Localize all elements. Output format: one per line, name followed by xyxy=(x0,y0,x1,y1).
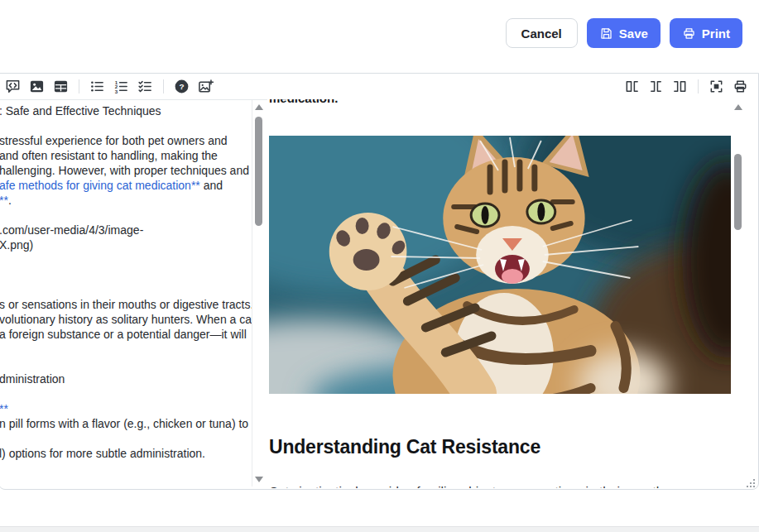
editor-line xyxy=(0,252,252,267)
editor-line xyxy=(0,282,252,297)
preview-clipped-top-text: medication. xyxy=(269,99,731,106)
toolbar-right-group xyxy=(622,76,751,97)
editor-line xyxy=(0,267,252,282)
editor-line: and often resistant to handling, making … xyxy=(0,148,252,163)
task-list-icon[interactable] xyxy=(135,76,156,97)
markdown-preview-pane: medication. xyxy=(269,99,731,488)
fullscreen-icon[interactable] xyxy=(706,76,727,97)
scroll-up-arrow-icon[interactable] xyxy=(255,104,263,110)
editor-line: X.png) xyxy=(0,237,252,252)
toolbar-left-group: 123 ? xyxy=(2,76,216,97)
toolbar-separator xyxy=(79,79,79,93)
bulleted-list-icon[interactable] xyxy=(87,76,108,97)
scroll-up-arrow-icon[interactable] xyxy=(734,104,742,110)
resize-grip-icon[interactable] xyxy=(746,477,756,486)
editor-line xyxy=(0,208,252,223)
editor-line: stressful experience for both pet owners… xyxy=(0,133,252,148)
markdown-source-pane[interactable]: : Safe and Effective Techniques stressfu… xyxy=(0,100,252,487)
save-icon xyxy=(599,26,613,41)
layout-editor-only-icon[interactable] xyxy=(622,76,642,97)
editor-toolbar: 123 ? xyxy=(0,74,758,99)
preview-scrollbar-thumb[interactable] xyxy=(734,154,742,230)
editor-line: a foreign substance or a potential dange… xyxy=(0,327,252,342)
insert-image-icon[interactable] xyxy=(195,76,216,97)
layout-split-icon[interactable] xyxy=(646,76,666,97)
editor-scrollbar-thumb[interactable] xyxy=(255,117,262,226)
numbered-list-icon[interactable]: 123 xyxy=(111,76,132,97)
layout-preview-only-icon[interactable] xyxy=(670,76,690,97)
editor-scrollbar[interactable] xyxy=(253,100,265,486)
editor-line: dministration xyxy=(0,371,252,386)
editor-line: .com/user-media/4/3/image- xyxy=(0,223,252,237)
editor-line: afe methods for giving cat medication** … xyxy=(0,178,252,193)
code-comment-icon[interactable] xyxy=(2,76,23,97)
print-preview-icon[interactable] xyxy=(730,76,751,97)
editor-line: volutionary history as solitary hunters.… xyxy=(0,312,252,327)
editor-line xyxy=(0,357,252,371)
editor-line: n pill forms with a flavor (e.g., chicke… xyxy=(0,416,252,431)
action-bar: Cancel Save Print xyxy=(506,18,742,48)
print-button[interactable]: Print xyxy=(670,18,742,48)
bottom-panel-edge xyxy=(0,526,759,532)
toolbar-separator xyxy=(163,79,164,93)
editor-line: : Safe and Effective Techniques xyxy=(0,103,252,118)
image-icon[interactable] xyxy=(26,76,47,97)
editor-line: l) options for more subtle administratio… xyxy=(0,446,252,461)
markdown-editor-screen: Cancel Save Print xyxy=(0,0,759,532)
preview-scrollbar[interactable] xyxy=(733,100,744,477)
editor-line xyxy=(0,386,252,401)
scroll-down-arrow-icon[interactable] xyxy=(255,477,263,482)
pane-splitter[interactable] xyxy=(252,100,252,486)
editor-line: **. xyxy=(0,193,252,208)
editor-line: hallenging. However, with proper techniq… xyxy=(0,163,252,178)
editor-line: s or sensations in their mouths or diges… xyxy=(0,297,252,312)
preview-clipped-bottom-text: Cats instinctively avoid unfamiliar obje… xyxy=(269,484,731,488)
print-button-label: Print xyxy=(702,26,730,41)
svg-text:3: 3 xyxy=(115,89,118,94)
markdown-editor-container: 123 ? xyxy=(0,73,759,490)
svg-text:?: ? xyxy=(179,82,184,91)
editor-line xyxy=(0,342,252,357)
editor-line xyxy=(0,431,252,446)
toolbar-separator xyxy=(698,79,699,93)
table-icon[interactable] xyxy=(50,76,71,97)
print-icon xyxy=(682,26,696,41)
save-button[interactable]: Save xyxy=(587,18,661,48)
editor-line xyxy=(0,118,252,133)
editor-line: ** xyxy=(0,401,252,416)
tabby-cat-raising-paw-photo xyxy=(269,136,731,394)
preview-heading: Understanding Cat Resistance xyxy=(269,435,731,458)
cancel-button[interactable]: Cancel xyxy=(506,18,578,48)
save-button-label: Save xyxy=(619,26,648,41)
help-icon[interactable]: ? xyxy=(171,76,192,97)
editor-lines: : Safe and Effective Techniques stressfu… xyxy=(0,100,252,461)
